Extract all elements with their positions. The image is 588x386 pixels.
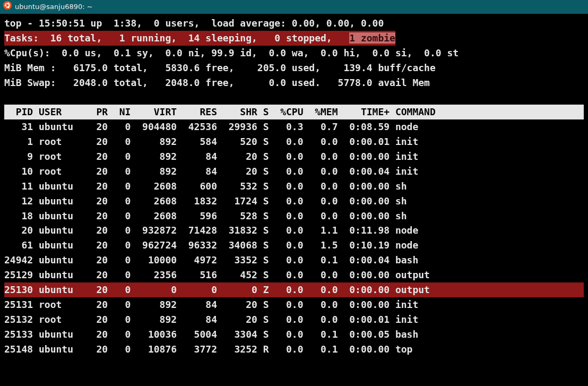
top-summary-mem: MiB Mem : 6175.0 total, 5830.6 free, 205… bbox=[4, 61, 584, 75]
process-row: 25133 ubuntu 20 0 10036 5004 3304 S 0.0 … bbox=[4, 327, 584, 342]
window-title: ubuntu@sanju6890: ~ bbox=[15, 2, 93, 12]
terminal-output[interactable]: top - 15:50:51 up 1:38, 0 users, load av… bbox=[0, 14, 588, 356]
process-row: 31 ubuntu 20 0 904480 42536 29936 S 0.3 … bbox=[4, 119, 584, 134]
process-row: 10 root 20 0 892 84 20 S 0.0 0.0 0:00.04… bbox=[4, 164, 584, 179]
process-row: 25132 root 20 0 892 84 20 S 0.0 0.0 0:00… bbox=[4, 312, 584, 327]
process-row: 20 ubuntu 20 0 932872 71428 31832 S 0.0 … bbox=[4, 223, 584, 238]
process-row: 25131 root 20 0 892 84 20 S 0.0 0.0 0:00… bbox=[4, 297, 584, 312]
process-row: 25148 ubuntu 20 0 10876 3772 3252 R 0.0 … bbox=[4, 342, 584, 357]
process-table-body: 31 ubuntu 20 0 904480 42536 29936 S 0.3 … bbox=[4, 119, 584, 356]
window-titlebar[interactable]: ubuntu@sanju6890: ~ bbox=[0, 0, 588, 14]
process-row: 1 root 20 0 892 584 520 S 0.0 0.0 0:00.0… bbox=[4, 134, 584, 149]
process-row: 18 ubuntu 20 0 2608 596 528 S 0.0 0.0 0:… bbox=[4, 209, 584, 224]
process-row-zombie: 25130 ubuntu 20 0 0 0 0 Z 0.0 0.0 0:00.0… bbox=[4, 282, 584, 297]
blank-line bbox=[4, 90, 584, 105]
process-row: 9 root 20 0 892 84 20 S 0.0 0.0 0:00.00 … bbox=[4, 149, 584, 164]
process-row: 24942 ubuntu 20 0 10000 4972 3352 S 0.0 … bbox=[4, 253, 584, 268]
zombie-count-highlight: 1 zombie bbox=[349, 32, 395, 44]
svg-point-0 bbox=[3, 1, 12, 10]
top-summary-tasks: Tasks: 16 total, 1 running, 14 sleeping,… bbox=[4, 31, 584, 46]
process-row: 12 ubuntu 20 0 2608 1832 1724 S 0.0 0.0 … bbox=[4, 194, 584, 209]
process-row: 11 ubuntu 20 0 2608 600 532 S 0.0 0.0 0:… bbox=[4, 179, 584, 194]
ubuntu-logo-icon bbox=[3, 1, 12, 13]
top-summary-uptime: top - 15:50:51 up 1:38, 0 users, load av… bbox=[4, 16, 584, 31]
process-table-header: PID USER PR NI VIRT RES SHR S %CPU %MEM … bbox=[4, 105, 584, 119]
top-summary-cpu: %Cpu(s): 0.0 us, 0.1 sy, 0.0 ni, 99.9 id… bbox=[4, 46, 584, 61]
top-summary-swap: MiB Swap: 2048.0 total, 2048.0 free, 0.0… bbox=[4, 75, 584, 90]
process-row: 25129 ubuntu 20 0 2356 516 452 S 0.0 0.0… bbox=[4, 268, 584, 282]
process-row: 61 ubuntu 20 0 962724 96332 34068 S 0.0 … bbox=[4, 238, 584, 253]
